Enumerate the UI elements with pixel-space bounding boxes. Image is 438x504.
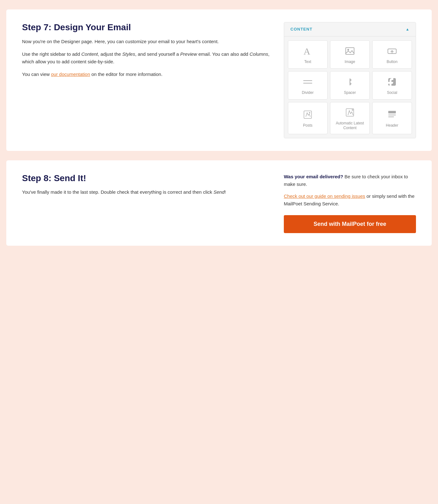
button-icon xyxy=(387,46,397,58)
step8-body: You've finally made it to the last step.… xyxy=(22,188,268,196)
content-item-button[interactable]: Button xyxy=(372,40,412,69)
step7-title: Step 7: Design Your Email xyxy=(22,22,271,33)
alc-icon xyxy=(345,107,355,119)
step8-left: Step 8: Send It! You've finally made it … xyxy=(22,173,268,201)
social-icon xyxy=(387,77,397,89)
content-item-social[interactable]: Social xyxy=(372,71,412,100)
step8-title: Step 8: Send It! xyxy=(22,173,268,184)
content-item-button-label: Button xyxy=(387,60,398,65)
step8-right-body2: Check out our guide on sending issues or… xyxy=(284,192,416,208)
content-item-text-label: Text xyxy=(304,60,311,65)
content-item-text[interactable]: A Text xyxy=(288,40,328,69)
svg-point-10 xyxy=(309,112,310,113)
content-item-divider-label: Divider xyxy=(302,90,313,95)
svg-rect-13 xyxy=(388,115,396,115)
content-item-image[interactable]: Image xyxy=(330,40,370,69)
step7-left: Step 7: Design Your Email Now you're on … xyxy=(22,22,271,83)
svg-rect-1 xyxy=(346,48,354,54)
content-item-spacer[interactable]: Spacer xyxy=(330,71,370,100)
svg-point-2 xyxy=(347,49,349,51)
step7-para2: Use the right sidebar to add Content, ad… xyxy=(22,50,271,66)
step7-card: Step 7: Design Your Email Now you're on … xyxy=(6,9,432,151)
svg-rect-14 xyxy=(388,117,394,117)
step7-right: CONTENT ▲ A Text xyxy=(284,22,416,138)
content-item-alc[interactable]: Automatic Latest Content xyxy=(330,102,370,134)
step8-card: Step 8: Send It! You've finally made it … xyxy=(6,160,432,246)
content-item-image-label: Image xyxy=(345,60,355,65)
content-panel-title: CONTENT xyxy=(290,26,312,32)
documentation-link[interactable]: our documentation xyxy=(51,72,90,77)
posts-icon xyxy=(303,110,313,121)
content-item-posts-label: Posts xyxy=(303,123,312,128)
image-icon xyxy=(345,46,355,58)
content-item-header[interactable]: Header xyxy=(372,102,412,134)
content-item-spacer-label: Spacer xyxy=(344,90,356,95)
sending-issues-link[interactable]: Check out our guide on sending issues xyxy=(284,193,365,199)
content-item-social-label: Social xyxy=(387,90,397,95)
divider-icon xyxy=(303,77,313,89)
content-panel: CONTENT ▲ A Text xyxy=(284,22,416,138)
send-mailpoet-button[interactable]: Send with MailPoet for free xyxy=(284,215,416,233)
step7-body: Now you're on the Designer page. Here, y… xyxy=(22,38,271,78)
step7-para1: Now you're on the Designer page. Here, y… xyxy=(22,38,271,45)
step8-right-heading: Was your email delivered? Be sure to che… xyxy=(284,173,416,188)
svg-text:A: A xyxy=(304,46,310,56)
text-icon: A xyxy=(303,46,313,58)
content-item-divider[interactable]: Divider xyxy=(288,71,328,100)
content-panel-arrow-icon: ▲ xyxy=(406,26,409,32)
content-item-posts[interactable]: Posts xyxy=(288,102,328,134)
content-grid: A Text xyxy=(284,37,416,138)
header-icon xyxy=(387,110,397,121)
step8-right: Was your email delivered? Be sure to che… xyxy=(284,173,416,233)
svg-rect-12 xyxy=(388,111,396,113)
content-panel-header: CONTENT ▲ xyxy=(284,22,416,37)
content-item-alc-label: Automatic Latest Content xyxy=(333,121,367,131)
svg-rect-9 xyxy=(304,111,312,118)
step7-para3: You can view our documentation on the ed… xyxy=(22,71,271,78)
content-item-header-label: Header xyxy=(386,123,398,128)
step8-para1: You've finally made it to the last step.… xyxy=(22,188,268,196)
spacer-icon xyxy=(345,77,355,89)
